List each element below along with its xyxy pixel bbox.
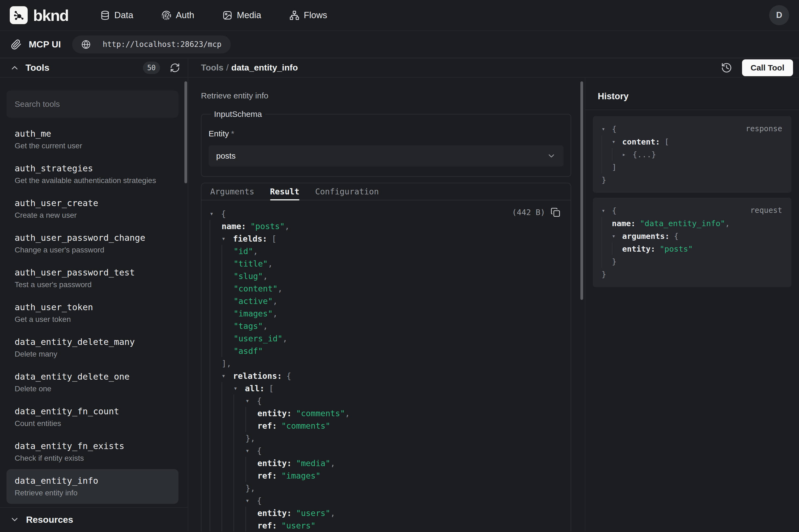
required-mark: * xyxy=(231,129,234,138)
tab-configuration[interactable]: Configuration xyxy=(315,183,379,200)
nav-item-auth[interactable]: Auth xyxy=(161,10,194,20)
indent-guide xyxy=(245,519,258,531)
tool-item-auth_me[interactable]: auth_meGet the current user xyxy=(6,122,178,157)
indent-guide xyxy=(222,482,233,494)
chevron-up-icon[interactable] xyxy=(10,63,20,73)
history-entry-request[interactable]: request▾{name:"data_entity_info",▾argume… xyxy=(593,198,792,287)
indent-guide xyxy=(222,395,233,407)
tool-item-data_entity_delete_one[interactable]: data_entity_delete_oneDelete one xyxy=(6,365,178,400)
indent-guide xyxy=(210,282,222,295)
copy-icon[interactable] xyxy=(551,207,560,217)
json-line: }, xyxy=(210,432,562,444)
indent-guide xyxy=(245,457,258,469)
json-line: ref:"users" xyxy=(210,519,562,531)
collapse-down-icon[interactable]: ▾ xyxy=(602,126,612,132)
tool-description: Get the available authentication strateg… xyxy=(15,176,170,185)
collapse-down-icon[interactable]: ▾ xyxy=(222,372,233,380)
history-entry-response[interactable]: response▾{▾content:[▸{...}]} xyxy=(593,116,792,193)
indent-guide xyxy=(210,295,222,307)
tool-item-auth_user_password_change[interactable]: auth_user_password_changeChange a user's… xyxy=(6,226,178,261)
main-body: Retrieve entity info InputSchema Entity*… xyxy=(188,78,799,531)
indent-guide xyxy=(233,482,245,494)
json-line: ] xyxy=(602,161,783,173)
json-string: "users" xyxy=(281,521,316,530)
tool-item-auth_user_token[interactable]: auth_user_tokenGet a user token xyxy=(6,296,178,330)
tool-name: data_entity_info xyxy=(15,476,170,486)
indent-guide xyxy=(233,419,245,432)
call-tool-button[interactable]: Call Tool xyxy=(742,59,793,76)
search-input[interactable] xyxy=(6,91,178,118)
tool-item-data_entity_fn_exists[interactable]: data_entity_fn_existsCheck if entity exi… xyxy=(6,434,178,469)
collapse-down-icon[interactable]: ▾ xyxy=(222,235,233,242)
entity-select[interactable]: posts xyxy=(209,145,564,167)
json-line: ▾{ xyxy=(210,207,562,220)
json-punct: , xyxy=(283,334,287,343)
collapse-down-icon[interactable]: ▾ xyxy=(245,497,257,504)
tool-item-auth_user_create[interactable]: auth_user_createCreate a new user xyxy=(6,191,178,226)
tools-list: auth_meGet the current userauth_strategi… xyxy=(6,122,178,504)
tab-arguments[interactable]: Arguments xyxy=(210,183,254,200)
json-line: ▾all:[ xyxy=(210,382,562,395)
indent-guide xyxy=(222,432,233,444)
json-line: ▾{ xyxy=(210,444,562,457)
tool-item-data_entity_fn_count[interactable]: data_entity_fn_countCount entities xyxy=(6,400,178,434)
json-punct: , xyxy=(725,219,730,228)
indent-guide xyxy=(210,245,222,257)
nav-item-label: Flows xyxy=(304,10,327,20)
nav-item-media[interactable]: Media xyxy=(222,10,261,20)
indent-guide xyxy=(233,457,245,469)
tool-description: Delete one xyxy=(15,384,170,393)
json-punct: } xyxy=(612,257,616,266)
collapse-down-icon[interactable]: ▾ xyxy=(612,233,622,240)
sidebar-scrollbar[interactable] xyxy=(185,81,187,183)
indent-guide xyxy=(602,217,612,230)
history-icon[interactable] xyxy=(721,62,732,74)
refresh-tools-icon[interactable] xyxy=(170,63,180,73)
json-string: "title" xyxy=(233,259,268,268)
json-line: "id", xyxy=(210,245,562,257)
collapse-right-icon[interactable]: ▸ xyxy=(622,151,632,158)
chevron-down-icon[interactable] xyxy=(10,515,20,525)
tool-item-data_entity_delete_many[interactable]: data_entity_delete_manyDelete many xyxy=(6,330,178,365)
resources-section-title: Resources xyxy=(26,514,73,525)
user-avatar[interactable]: D xyxy=(769,5,789,25)
mcp-url-pill[interactable]: http://localhost:28623/mcp xyxy=(72,36,230,53)
tab-result[interactable]: Result xyxy=(270,183,300,200)
mcp-bar: MCP UI http://localhost:28623/mcp xyxy=(0,31,799,58)
nav-item-flows[interactable]: Flows xyxy=(289,10,327,20)
json-string: "id" xyxy=(233,246,253,256)
collapse-down-icon[interactable]: ▾ xyxy=(233,384,245,392)
entity-select-value: posts xyxy=(216,151,236,160)
breadcrumb-section[interactable]: Tools xyxy=(201,63,224,72)
history-title: History xyxy=(585,78,799,110)
tool-name: data_entity_delete_many xyxy=(15,337,170,347)
nav-item-data[interactable]: Data xyxy=(100,10,133,20)
json-key: ref: xyxy=(258,471,277,480)
collapse-down-icon[interactable]: ▾ xyxy=(612,138,622,145)
tool-item-auth_user_password_test[interactable]: auth_user_password_testTest a user's pas… xyxy=(6,261,178,296)
nav-item-label: Media xyxy=(237,10,261,20)
tool-item-data_entity_info[interactable]: data_entity_infoRetrieve entity info xyxy=(6,469,178,504)
indent-guide xyxy=(222,507,233,519)
json-key: entity: xyxy=(622,244,655,253)
json-line: "asdf" xyxy=(210,345,562,357)
main-scrollbar[interactable] xyxy=(581,81,583,300)
json-line: ▾relations:{ xyxy=(210,369,562,382)
brand-logo[interactable]: bknd xyxy=(10,6,69,24)
indent-guide xyxy=(245,407,258,419)
resources-section-header[interactable]: Resources xyxy=(0,507,188,531)
indent-guide xyxy=(245,419,258,432)
collapse-down-icon[interactable]: ▾ xyxy=(602,207,612,214)
tools-section-header[interactable]: Tools 50 xyxy=(0,58,188,78)
collapse-down-icon[interactable]: ▾ xyxy=(210,210,221,217)
brand-name: bknd xyxy=(33,6,69,24)
tool-description: Create a new user xyxy=(15,211,170,220)
indent-guide xyxy=(222,494,233,507)
json-line: ref:"comments" xyxy=(210,419,562,432)
tool-item-auth_strategies[interactable]: auth_strategiesGet the available authent… xyxy=(6,157,178,191)
json-string: "images" xyxy=(233,309,273,318)
collapse-down-icon[interactable]: ▾ xyxy=(245,397,257,404)
json-punct: , xyxy=(330,458,335,468)
collapse-down-icon[interactable]: ▾ xyxy=(245,447,257,454)
json-line: name:"posts", xyxy=(210,220,562,232)
